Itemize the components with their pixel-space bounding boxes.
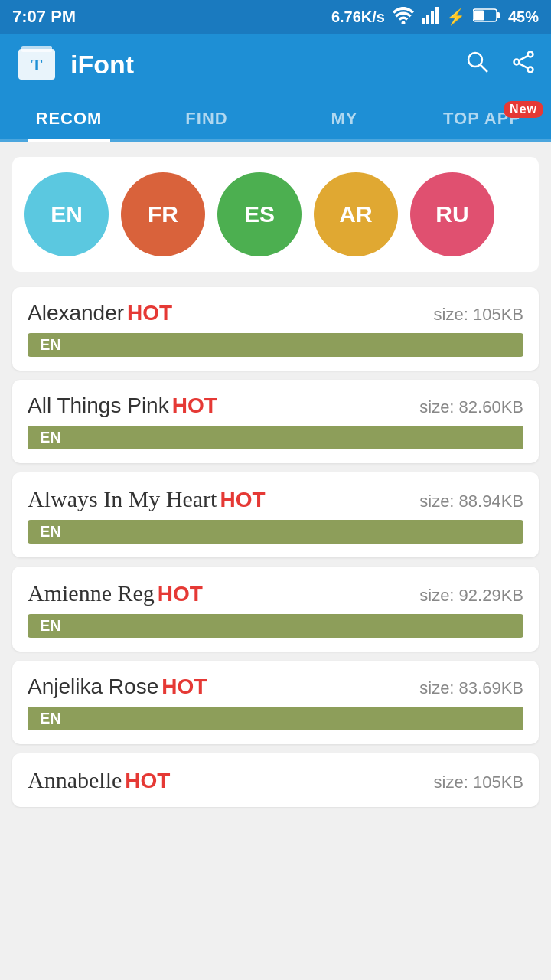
font-item-top: Always In My Heart HOT size: 88.94KB	[28, 486, 523, 512]
font-name: All Things Pink	[28, 394, 169, 418]
search-icon[interactable]	[465, 50, 490, 80]
font-item-alwaysinmyheart[interactable]: Always In My Heart HOT size: 88.94KB EN	[12, 472, 539, 557]
lang-tag: EN	[28, 333, 523, 357]
status-right: 6.76K/s ⚡ 45%	[331, 7, 539, 28]
svg-line-12	[481, 64, 488, 72]
font-item-amiennereg[interactable]: Amienne Reg HOT size: 92.29KB EN	[12, 567, 539, 652]
font-item-top: All Things Pink HOT size: 82.60KB	[28, 394, 523, 418]
network-speed: 6.76K/s	[331, 8, 385, 26]
font-item-alexander[interactable]: Alexander HOT size: 105KB EN	[12, 287, 539, 371]
tab-my[interactable]: MY	[276, 95, 413, 139]
hot-badge: HOT	[220, 488, 265, 512]
svg-text:T: T	[31, 55, 43, 74]
svg-rect-6	[497, 12, 500, 18]
font-name-row: Alexander HOT	[28, 301, 172, 325]
lang-en[interactable]: EN	[24, 172, 109, 256]
tab-topapp[interactable]: TOP APP New	[413, 95, 551, 139]
battery-icon	[473, 8, 500, 27]
lang-tag: EN	[28, 707, 523, 730]
font-name: Amienne Reg	[28, 580, 155, 606]
language-filter: EN FR ES AR RU	[12, 157, 539, 272]
font-size: size: 88.94KB	[419, 492, 523, 511]
svg-rect-9	[21, 46, 52, 52]
font-name: Anjelika Rose	[28, 675, 158, 699]
font-name: Alexander	[28, 301, 124, 325]
font-size: size: 82.60KB	[419, 397, 523, 417]
font-size: size: 105KB	[434, 773, 523, 792]
lang-tag: EN	[28, 520, 523, 544]
font-name-row: Always In My Heart HOT	[28, 486, 266, 512]
font-size: size: 105KB	[434, 305, 523, 325]
new-badge: New	[504, 101, 543, 118]
font-name: Annabelle	[28, 767, 122, 793]
svg-rect-1	[422, 18, 425, 24]
svg-rect-3	[431, 11, 434, 24]
svg-point-11	[468, 53, 482, 67]
lang-tag: EN	[28, 614, 523, 638]
svg-rect-4	[435, 7, 439, 24]
battery-percent: 45%	[508, 8, 539, 26]
app-title: iFont	[70, 50, 465, 80]
hot-badge: HOT	[161, 675, 207, 699]
svg-point-15	[514, 59, 520, 64]
hot-badge: HOT	[158, 582, 203, 606]
font-item-top: Amienne Reg HOT size: 92.29KB	[28, 580, 523, 606]
svg-line-16	[519, 55, 527, 60]
font-item-top: Alexander HOT size: 105KB	[28, 301, 523, 325]
hot-badge: HOT	[127, 301, 172, 325]
lang-ar[interactable]: AR	[314, 172, 398, 256]
tab-recom[interactable]: RECOM	[0, 95, 138, 139]
wifi-icon	[393, 7, 414, 28]
status-time: 7:07 PM	[12, 7, 76, 27]
font-item-anjelikarose[interactable]: Anjelika Rose HOT size: 83.69KB EN	[12, 661, 539, 744]
font-size: size: 92.29KB	[419, 586, 523, 606]
svg-point-0	[401, 21, 405, 24]
tab-bar: RECOM FIND MY TOP APP New	[0, 95, 551, 142]
lang-tag: EN	[28, 426, 523, 449]
signal-icon	[422, 7, 439, 28]
app-header: T iFont	[0, 34, 551, 95]
font-item-top: Anjelika Rose HOT size: 83.69KB	[28, 675, 523, 699]
font-list: Alexander HOT size: 105KB EN All Things …	[0, 287, 551, 807]
svg-rect-7	[474, 10, 484, 20]
font-name: Always In My Heart	[28, 486, 217, 512]
share-icon[interactable]	[511, 50, 536, 80]
app-logo: T	[15, 43, 58, 86]
svg-rect-2	[426, 15, 429, 24]
svg-point-14	[528, 67, 533, 72]
hot-badge: HOT	[172, 394, 217, 418]
svg-point-13	[528, 51, 533, 57]
font-item-allthingspink[interactable]: All Things Pink HOT size: 82.60KB EN	[12, 380, 539, 463]
svg-line-17	[519, 63, 527, 67]
lang-es[interactable]: ES	[217, 172, 302, 256]
status-bar: 7:07 PM 6.76K/s ⚡	[0, 0, 551, 34]
font-item-annabelle[interactable]: Annabelle HOT size: 105KB	[12, 753, 539, 807]
font-name-row: Amienne Reg HOT	[28, 580, 203, 606]
hot-badge: HOT	[125, 769, 170, 793]
lang-fr[interactable]: FR	[121, 172, 205, 256]
font-name-row: Annabelle HOT	[28, 767, 170, 793]
lang-ru[interactable]: RU	[410, 172, 494, 256]
header-icons	[465, 50, 536, 80]
font-name-row: All Things Pink HOT	[28, 394, 217, 418]
font-size: size: 83.69KB	[419, 678, 523, 698]
charging-icon: ⚡	[446, 8, 465, 26]
font-name-row: Anjelika Rose HOT	[28, 675, 207, 699]
tab-find[interactable]: FIND	[138, 95, 276, 139]
font-item-top: Annabelle HOT size: 105KB	[28, 767, 523, 793]
